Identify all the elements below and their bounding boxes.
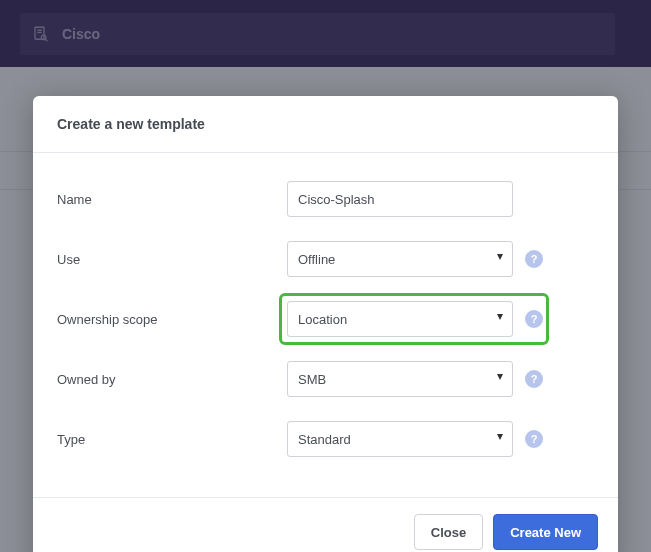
label-owned-by: Owned by [57,372,287,387]
help-icon: ? [531,373,538,385]
close-button[interactable]: Close [414,514,483,550]
modal-footer: Close Create New [33,497,618,552]
use-select[interactable]: Offline [287,241,513,277]
help-icon: ? [531,313,538,325]
modal-title: Create a new template [57,116,594,132]
help-owned-by[interactable]: ? [525,370,543,388]
name-input[interactable] [287,181,513,217]
label-name: Name [57,192,287,207]
row-ownership-scope: Ownership scope Location ? [57,301,594,337]
row-type: Type Standard ? [57,421,594,457]
ownership-scope-select[interactable]: Location [287,301,513,337]
modal-body: Name Use Offline ? Ownership scope Lo [33,153,618,497]
label-type: Type [57,432,287,447]
close-button-label: Close [431,525,466,540]
modal-header: Create a new template [33,96,618,153]
row-name: Name [57,181,594,217]
help-ownership-scope[interactable]: ? [525,310,543,328]
help-use[interactable]: ? [525,250,543,268]
create-new-button-label: Create New [510,525,581,540]
help-icon: ? [531,253,538,265]
control-use: Offline ? [287,241,594,277]
control-name [287,181,594,217]
label-ownership-scope: Ownership scope [57,312,287,327]
help-type[interactable]: ? [525,430,543,448]
owned-by-select[interactable]: SMB [287,361,513,397]
ownership-scope-select-value: Location [298,312,347,327]
row-use: Use Offline ? [57,241,594,277]
use-select-value: Offline [298,252,335,267]
label-use: Use [57,252,287,267]
control-owned-by: SMB ? [287,361,594,397]
control-type: Standard ? [287,421,594,457]
row-owned-by: Owned by SMB ? [57,361,594,397]
create-new-button[interactable]: Create New [493,514,598,550]
owned-by-select-value: SMB [298,372,326,387]
type-select-value: Standard [298,432,351,447]
help-icon: ? [531,433,538,445]
create-template-modal: Create a new template Name Use Offline ? [33,96,618,552]
control-ownership-scope: Location ? [287,301,594,337]
type-select[interactable]: Standard [287,421,513,457]
